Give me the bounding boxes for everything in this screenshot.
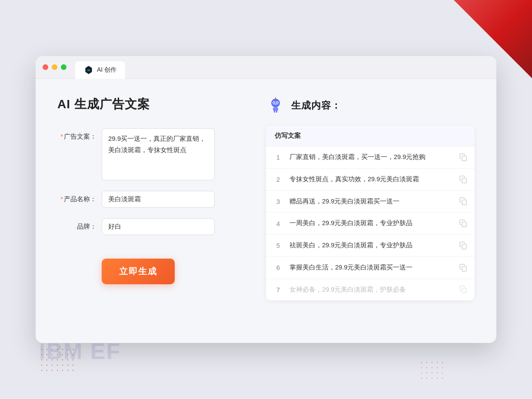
row-text: 厂家直销，美白淡斑霜，买一送一，29.9元抢购 bbox=[289, 153, 453, 162]
row-number: 7 bbox=[273, 286, 283, 293]
ad-copy-textarea[interactable]: 29.9买一送一，真正的厂家直销，美白淡斑霜，专抹女性斑点 bbox=[102, 128, 215, 180]
svg-rect-8 bbox=[275, 104, 276, 105]
table-row: 4 一周美白，29.9元美白淡斑霜，专业护肤品 bbox=[266, 213, 475, 235]
product-name-input[interactable]: 美白淡斑霜 bbox=[102, 191, 215, 208]
svg-rect-17 bbox=[462, 222, 466, 227]
svg-point-6 bbox=[273, 102, 274, 103]
required-mark-product: * bbox=[60, 195, 63, 203]
table-row: 1 厂家直销，美白淡斑霜，买一送一，29.9元抢购 bbox=[266, 146, 475, 169]
svg-rect-20 bbox=[462, 288, 466, 293]
ai-tab[interactable]: AI AI 创作 bbox=[75, 61, 125, 79]
svg-rect-15 bbox=[462, 178, 466, 183]
table-row: 3 赠品再送，29.9元美白淡斑霜买一送一 bbox=[266, 191, 475, 213]
page-title: AI 生成广告文案 bbox=[57, 96, 240, 113]
product-name-group: *产品名称： 美白淡斑霜 bbox=[57, 191, 240, 208]
ai-tab-icon: AI bbox=[84, 65, 93, 75]
row-text: 掌握美白生活，29.9元美白淡斑霜买一送一 bbox=[289, 263, 453, 273]
row-number: 1 bbox=[273, 153, 283, 161]
row-number: 2 bbox=[273, 176, 283, 183]
row-number: 5 bbox=[273, 242, 283, 249]
main-content: AI 生成广告文案 *广告文案： 29.9买一送一，真正的厂家直销，美白淡斑霜，… bbox=[36, 79, 496, 339]
row-text: 女神必备，29.9元美白淡斑霜，护肤必备 bbox=[289, 285, 453, 295]
copy-icon[interactable] bbox=[459, 153, 468, 162]
ad-copy-group: *广告文案： 29.9买一送一，真正的厂家直销，美白淡斑霜，专抹女性斑点 bbox=[57, 128, 240, 180]
copy-icon[interactable] bbox=[459, 285, 468, 294]
svg-rect-14 bbox=[462, 156, 466, 161]
brand-group: 品牌： 好白 bbox=[57, 218, 240, 235]
table-row: 7 女神必备，29.9元美白淡斑霜，护肤必备 bbox=[266, 279, 475, 301]
close-button[interactable] bbox=[43, 64, 48, 70]
robot-icon bbox=[266, 96, 285, 115]
result-table: 仿写文案 1 厂家直销，美白淡斑霜，买一送一，29.9元抢购 2 专抹女性斑点，… bbox=[266, 126, 475, 300]
title-bar: AI AI 创作 bbox=[36, 56, 496, 79]
copy-icon[interactable] bbox=[459, 175, 468, 184]
svg-rect-12 bbox=[274, 111, 275, 113]
result-title: 生成内容： bbox=[291, 99, 341, 112]
row-text: 祛斑美白，29.9元美白淡斑霜，专业护肤品 bbox=[289, 241, 453, 250]
svg-text:AI: AI bbox=[87, 69, 90, 72]
row-text: 赠品再送，29.9元美白淡斑霜买一送一 bbox=[289, 197, 453, 206]
row-number: 4 bbox=[273, 220, 283, 227]
copy-icon[interactable] bbox=[459, 197, 468, 206]
ad-copy-label: *广告文案： bbox=[57, 128, 96, 141]
table-rows-container: 1 厂家直销，美白淡斑霜，买一送一，29.9元抢购 2 专抹女性斑点，真实功效，… bbox=[266, 146, 475, 300]
browser-window: AI AI 创作 AI 生成广告文案 *广告文案： 29.9买一送一，真正的厂家… bbox=[36, 56, 496, 343]
submit-button[interactable]: 立即生成 bbox=[102, 259, 175, 284]
copy-icon[interactable] bbox=[459, 241, 468, 250]
row-number: 6 bbox=[273, 264, 283, 271]
row-text: 一周美白，29.9元美白淡斑霜，专业护肤品 bbox=[289, 219, 453, 228]
svg-point-7 bbox=[277, 102, 278, 103]
brand-label: 品牌： bbox=[57, 218, 96, 231]
copy-icon[interactable] bbox=[459, 219, 468, 228]
svg-rect-11 bbox=[273, 107, 278, 111]
svg-rect-13 bbox=[276, 111, 277, 113]
maximize-button[interactable] bbox=[61, 64, 66, 70]
traffic-lights bbox=[43, 64, 66, 70]
table-row: 5 祛斑美白，29.9元美白淡斑霜，专业护肤品 bbox=[266, 235, 475, 257]
row-text: 专抹女性斑点，真实功效，29.9元美白淡斑霜 bbox=[289, 175, 453, 184]
svg-point-10 bbox=[275, 97, 276, 99]
svg-rect-16 bbox=[462, 200, 466, 205]
table-row: 6 掌握美白生活，29.9元美白淡斑霜买一送一 bbox=[266, 257, 475, 279]
copy-icon[interactable] bbox=[459, 263, 468, 272]
row-number: 3 bbox=[273, 198, 283, 205]
required-mark-ad: * bbox=[60, 133, 63, 140]
product-name-label: *产品名称： bbox=[57, 191, 96, 203]
left-panel: AI 生成广告文案 *广告文案： 29.9买一送一，真正的厂家直销，美白淡斑霜，… bbox=[57, 96, 240, 322]
deco-dots-bottom-left bbox=[419, 360, 445, 382]
svg-rect-19 bbox=[462, 266, 466, 271]
minimize-button[interactable] bbox=[52, 64, 57, 70]
tab-label: AI 创作 bbox=[97, 66, 116, 74]
table-row: 2 专抹女性斑点，真实功效，29.9元美白淡斑霜 bbox=[266, 169, 475, 191]
brand-input[interactable]: 好白 bbox=[102, 218, 215, 235]
right-panel: 生成内容： 仿写文案 1 厂家直销，美白淡斑霜，买一送一，29.9元抢购 2 专… bbox=[266, 96, 475, 322]
table-header: 仿写文案 bbox=[266, 126, 475, 146]
result-header: 生成内容： bbox=[266, 96, 475, 115]
svg-rect-18 bbox=[462, 244, 466, 249]
